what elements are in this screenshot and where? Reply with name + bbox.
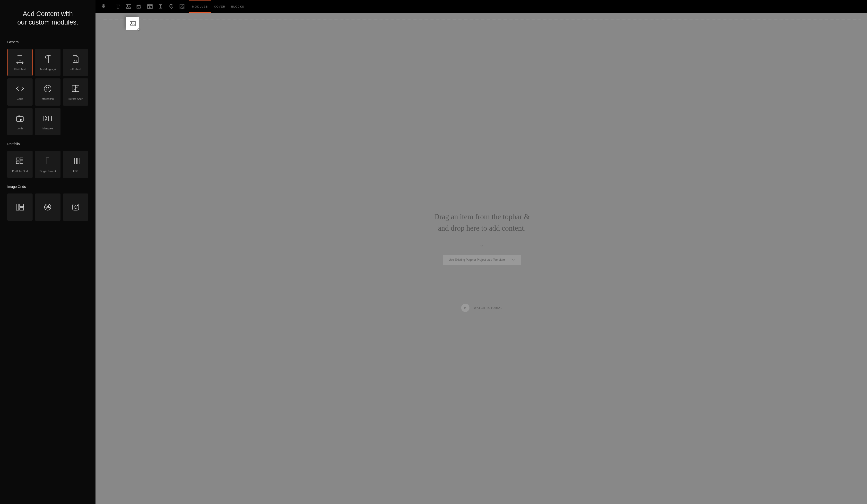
module-lottie[interactable]: Lottie [7,108,33,135]
columns-icon [71,156,81,166]
svg-rect-5 [17,117,23,121]
layout-icon [15,202,25,212]
video-tool-icon[interactable] [147,4,153,9]
toolbar-icons [115,4,185,9]
code-icon [15,84,25,94]
module-label: Text (Legacy) [40,68,56,70]
module-label: Before After [68,97,83,100]
svg-point-29 [131,22,132,23]
svg-rect-9 [20,160,23,164]
embed-icon [71,54,81,64]
tab-modules[interactable]: MODULES [189,0,211,13]
template-dropdown[interactable]: Use Existing Page or Project as a Templa… [443,255,521,265]
paragraph-icon [43,54,53,64]
lottie-icon [15,113,25,123]
or-text: or [480,243,483,248]
svg-rect-12 [72,158,74,164]
shape-tool-icon[interactable] [169,4,174,9]
chevron-down-icon [512,259,515,261]
module-code[interactable]: Code [7,78,33,106]
canvas: Drag an item from the topbar & and drop … [96,13,867,504]
drop-zone[interactable]: Drag an item from the topbar & and drop … [103,19,861,504]
grid-icon [15,156,25,166]
tab-cover[interactable]: COVER [211,0,228,13]
svg-rect-10 [16,161,19,164]
module-image-grid-3[interactable] [63,194,88,221]
single-icon [43,156,53,166]
section-title-portfolio: Portfolio [7,142,88,146]
module-marquee[interactable]: Marquee [35,108,60,135]
svg-point-1 [46,88,47,88]
marquee-icon [43,113,53,123]
topbar-text-tabs: MODULES COVER BLOCKS [189,0,247,13]
svg-rect-17 [20,208,24,210]
section-title-general: General [7,40,88,44]
before-after-icon [71,84,81,94]
module-label: Marquee [43,127,53,130]
module-apg[interactable]: APG [63,151,88,178]
move-cursor-icon [137,28,140,31]
svg-point-20 [74,206,77,209]
image-tool-icon[interactable] [126,4,131,9]
module-mailchimp[interactable]: Mailchimp [35,78,60,106]
modules-sidebar: Add Content with our custom modules. Gen… [0,0,96,504]
module-label: Single Project [40,170,56,173]
instagram-icon [71,202,81,212]
portfolio-modules-grid: Portfolio Grid Single Project APG [7,151,88,178]
module-label: APG [73,170,78,173]
module-label: Fluid Text [14,68,26,70]
general-modules-grid: Fluid Text Text (Legacy) oEmbed Code Mai… [7,49,88,135]
spacer-tool-icon[interactable] [158,4,163,9]
dribbble-icon [43,202,53,212]
text-tool-icon[interactable] [115,4,120,9]
module-fluid-text[interactable]: Fluid Text [7,49,33,76]
module-image-grid-1[interactable] [7,194,33,221]
svg-point-2 [49,88,49,88]
fluid-text-icon [15,54,25,64]
gallery-tool-icon[interactable] [137,4,142,9]
module-text-legacy[interactable]: Text (Legacy) [35,49,60,76]
svg-rect-13 [75,158,76,164]
mailchimp-icon [43,84,53,94]
watch-tutorial-button[interactable]: WATCH TUTORIAL [461,304,502,312]
svg-rect-28 [130,21,135,26]
logo-icon[interactable] [101,4,107,10]
module-before-after[interactable]: Before After [63,78,88,106]
svg-point-23 [127,6,128,6]
topbar: MODULES COVER BLOCKS [96,0,867,13]
tab-blocks[interactable]: BLOCKS [228,0,247,13]
template-dropdown-label: Use Existing Page or Project as a Templa… [449,258,505,262]
svg-rect-22 [126,4,131,9]
module-image-grid-2[interactable] [35,194,60,221]
svg-rect-14 [77,158,79,164]
module-label: Portfolio Grid [12,170,28,173]
play-icon [461,304,470,312]
module-portfolio-grid[interactable]: Portfolio Grid [7,151,33,178]
svg-point-4 [76,87,78,88]
drop-message: Drag an item from the topbar & and drop … [434,211,530,234]
svg-rect-7 [16,158,19,160]
svg-rect-11 [46,158,49,164]
svg-rect-15 [16,204,19,210]
svg-point-21 [77,205,78,206]
module-label: Code [17,97,23,100]
module-label: Mailchimp [42,97,54,100]
pattern-tool-icon[interactable] [179,4,185,9]
module-single-project[interactable]: Single Project [35,151,60,178]
image-grids-modules-grid [7,194,88,221]
sidebar-title: Add Content with our custom modules. [7,10,88,27]
svg-rect-16 [20,204,24,207]
svg-rect-24 [137,6,140,8]
module-label: oEmbed [71,68,81,70]
dragged-module[interactable] [126,17,139,30]
tutorial-label: WATCH TUTORIAL [474,306,502,309]
section-title-image-grids: Image Grids [7,185,88,189]
module-oembed[interactable]: oEmbed [63,49,88,76]
svg-rect-8 [20,158,23,159]
module-label: Lottie [17,127,23,130]
main-area: MODULES COVER BLOCKS Drag an item from t… [96,0,867,504]
